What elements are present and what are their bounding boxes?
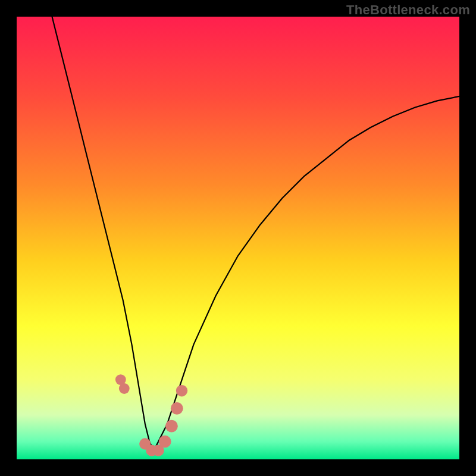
bottleneck-curve bbox=[17, 17, 459, 459]
curve-marker bbox=[176, 385, 187, 396]
watermark-text: TheBottleneck.com bbox=[346, 2, 470, 18]
curve-marker bbox=[119, 383, 130, 394]
curve-marker bbox=[171, 402, 183, 415]
curve-marker bbox=[159, 436, 171, 448]
plot-area bbox=[17, 17, 459, 459]
curve-marker bbox=[165, 420, 178, 433]
